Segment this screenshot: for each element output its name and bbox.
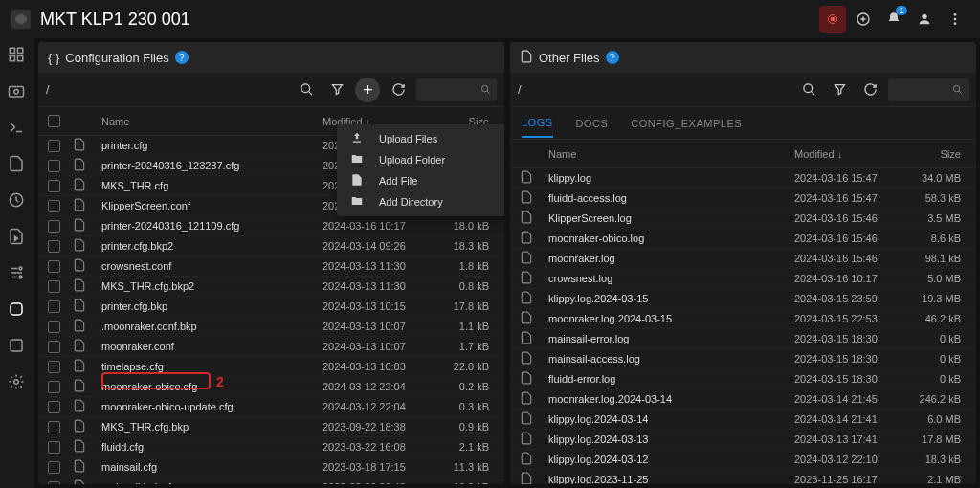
row-checkbox[interactable] [48,140,60,152]
file-icon [73,218,101,233]
search-icon[interactable] [294,78,319,102]
history-icon[interactable] [8,191,27,211]
filter-icon[interactable] [324,78,349,102]
settings-icon[interactable] [8,373,27,392]
more-vert-icon[interactable] [942,6,969,33]
svg-rect-7 [10,48,14,53]
table-row[interactable]: fluidd-error.log2024-03-15 18:300 kB [510,369,976,389]
svg-point-6 [954,22,957,25]
tune-icon[interactable] [8,264,27,283]
table-row[interactable]: timelapse.cfg2024-03-13 10:0322.0 kB [38,357,504,377]
file-modified: 2023-11-25 16:17 [794,474,909,484]
table-row[interactable]: moonraker.conf2024-03-13 10:071.7 kB [38,337,504,357]
menu-add-directory[interactable]: Add Directory [337,191,504,212]
menu-upload-files[interactable]: Upload Files [337,128,504,149]
row-checkbox[interactable] [48,441,60,454]
refresh-icon[interactable] [386,78,411,102]
info-icon[interactable]: ? [606,51,619,64]
file-icon [520,411,548,427]
table-row[interactable]: crowsnest.log2024-03-16 10:175.0 MB [510,269,976,289]
row-checkbox[interactable] [48,280,60,293]
search-input[interactable] [894,84,952,96]
dashboard-icon[interactable] [8,46,27,65]
col-name[interactable]: Name [548,148,794,160]
console-icon[interactable] [8,119,27,138]
table-row[interactable]: mainsail-access.log2024-03-15 18:300 kB [510,349,976,369]
file-name: .moonraker.conf.bkp [101,321,323,332]
info-icon[interactable]: ? [175,51,189,64]
row-checkbox[interactable] [48,220,60,233]
file-size: 1.8 kB [437,260,495,272]
table-row[interactable]: printer.cfg.bkp22024-03-14 09:2618.3 kB [38,236,504,256]
row-checkbox[interactable] [48,200,60,212]
row-checkbox[interactable] [48,160,60,172]
search-input[interactable] [422,84,480,96]
table-row[interactable]: moonraker-obico.cfg2024-03-12 22:040.2 k… [38,377,504,397]
table-row[interactable]: klippy.log.2024-03-122024-03-12 22:1018.… [510,450,976,470]
user-icon[interactable] [911,6,938,33]
table-row[interactable]: mainsail.bak.cfg2023-02-26 20:4310.2 kB [38,477,504,484]
file-modified: 2024-03-14 21:45 [794,393,909,405]
select-all-checkbox[interactable] [48,115,60,127]
notifications-icon[interactable]: 1 [880,6,907,33]
timelapse-icon[interactable] [8,228,27,247]
row-checkbox[interactable] [48,421,60,433]
col-modified[interactable]: Modified ↓ [794,148,909,160]
machine-icon[interactable] [8,300,27,320]
app-logo-icon[interactable] [11,10,31,29]
add-button[interactable] [355,78,380,102]
col-name[interactable]: Name [101,116,323,127]
row-checkbox[interactable] [48,361,60,373]
table-row[interactable]: printer.cfg.bkp2024-03-13 10:1517.8 kB [38,297,504,317]
interface-icon[interactable] [8,337,27,356]
file-name: moonraker-obico.cfg [101,381,323,392]
table-row[interactable]: mainsail.cfg2023-03-18 17:1511.3 kB [38,457,504,477]
row-checkbox[interactable] [48,341,60,353]
tab-docs[interactable]: DOCS [576,110,609,137]
table-row[interactable]: moonraker-obico-update.cfg2024-03-12 22:… [38,397,504,417]
menu-upload-folder[interactable]: Upload Folder [337,149,504,170]
file-size: 8.6 kB [909,233,967,244]
table-row[interactable]: printer-20240316_121109.cfg2024-03-16 10… [38,216,504,236]
table-row[interactable]: KlipperScreen.log2024-03-16 15:463.5 MB [510,209,976,229]
table-row[interactable]: .moonraker.conf.bkp2024-03-13 10:071.1 k… [38,317,504,337]
tab-logs[interactable]: LOGS [522,109,553,138]
table-row[interactable]: fluidd-access.log2024-03-16 15:4758.3 kB [510,189,976,209]
table-row[interactable]: klippy.log.2024-03-142024-03-14 21:416.0… [510,410,976,430]
col-size[interactable]: Size [909,148,967,160]
table-row[interactable]: klippy.log.2024-03-132024-03-13 17:4117.… [510,430,976,450]
refresh-icon[interactable] [858,78,882,102]
table-row[interactable]: moonraker.log.2024-03-152024-03-15 22:53… [510,309,976,329]
camera-icon[interactable] [8,82,27,101]
row-checkbox[interactable] [48,461,60,474]
row-checkbox[interactable] [48,481,60,485]
table-row[interactable]: klippy.log2024-03-16 15:4734.0 MB [510,168,976,189]
menu-add-file[interactable]: Add File [337,170,504,191]
table-row[interactable]: MKS_THR.cfg.bkp22024-03-13 11:300.8 kB [38,277,504,297]
table-row[interactable]: moonraker.log2024-03-16 15:4698.1 kB [510,249,976,269]
table-row[interactable]: crowsnest.conf2024-03-13 11:301.8 kB [38,256,504,277]
table-row[interactable]: mainsail-error.log2024-03-15 18:300 kB [510,329,976,349]
emergency-stop-button[interactable] [819,6,846,33]
table-row[interactable]: klippy.log.2023-11-252023-11-25 16:172.1… [510,470,976,484]
table-row[interactable]: fluidd.cfg2023-03-22 16:082.1 kB [38,437,504,457]
tab-config-examples[interactable]: CONFIG_EXAMPLES [631,110,742,137]
table-row[interactable]: moonraker-obico.log2024-03-16 15:468.6 k… [510,229,976,249]
config-files-panel: { } Configuration Files ? / Name Modif [38,42,504,484]
add-icon[interactable] [850,6,877,33]
table-row[interactable]: MKS_THR.cfg.bkp2023-09-22 18:380.9 kB [38,417,504,437]
row-checkbox[interactable] [48,260,60,273]
table-row[interactable]: moonraker.log.2024-03-142024-03-14 21:45… [510,389,976,410]
row-checkbox[interactable] [48,300,60,313]
filter-icon[interactable] [827,78,852,102]
row-checkbox[interactable] [48,381,60,393]
sidebar-nav [0,38,34,488]
row-checkbox[interactable] [48,321,60,333]
row-checkbox[interactable] [48,180,60,192]
row-checkbox[interactable] [48,240,60,253]
file-name: mainsail.cfg [101,461,323,473]
table-row[interactable]: klippy.log.2024-03-152024-03-15 23:5919.… [510,289,976,309]
row-checkbox[interactable] [48,401,60,413]
search-icon[interactable] [796,78,821,102]
gcode-icon[interactable] [8,155,27,174]
